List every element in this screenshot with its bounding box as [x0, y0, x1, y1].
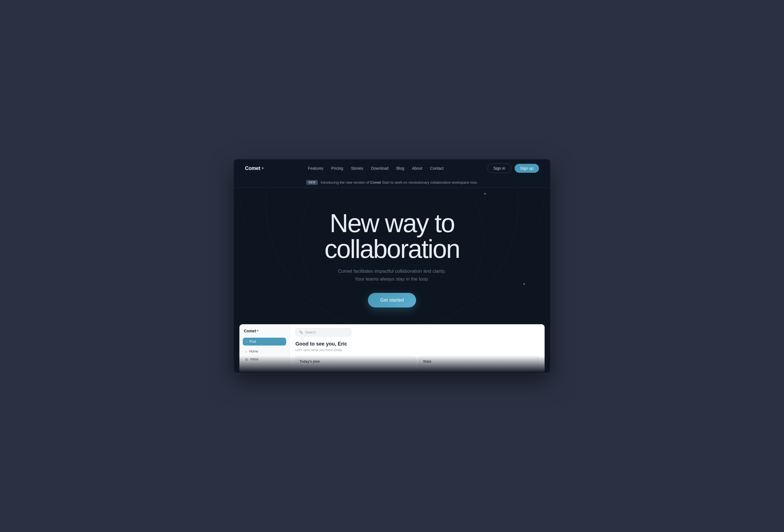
today-plan-card: Today's plan	[296, 356, 416, 369]
sign-up-button[interactable]: Sign up	[515, 164, 539, 173]
upload-icon: ↑	[246, 340, 248, 343]
nav-stories[interactable]: Stories	[351, 166, 363, 170]
app-logo-text: Comet	[244, 329, 256, 333]
new-badge: NEW	[306, 180, 318, 185]
stats-card: Stats	[419, 356, 539, 369]
app-sidebar: Comet✦ ↑ Post ⌂ Home ▤ Inbox	[240, 324, 290, 373]
announcement-before: Introducing the new version of	[320, 180, 370, 185]
nav-actions: Sign in Sign up	[487, 164, 539, 173]
hero-title-line2: collaboration	[325, 235, 460, 263]
sign-in-button[interactable]: Sign in	[487, 164, 511, 173]
logo-text: Comet	[245, 166, 260, 171]
announcement-bar: NEW Introducing the new version of Comet…	[234, 177, 550, 188]
stats-title: Stats	[423, 360, 535, 363]
hero-title: New way to collaboration	[325, 210, 460, 262]
app-logo-star: ✦	[256, 329, 259, 333]
announcement-text: Introducing the new version of Comet Sta…	[320, 180, 478, 185]
app-main-content: 🔍 Search Good to see you, Eric Let's syn…	[290, 324, 544, 373]
greeting-title: Good to see you, Eric	[296, 341, 539, 347]
announcement-after: Start to work on revolutionary collabora…	[381, 180, 477, 185]
search-icon: 🔍	[299, 330, 303, 334]
navbar: Comet✦ Features Pricing Stories Download…	[234, 159, 550, 177]
nav-blog[interactable]: Blog	[396, 166, 404, 170]
inbox-label: Inbox	[250, 357, 258, 361]
logo-star: ✦	[261, 166, 264, 170]
sidebar-item-home[interactable]: ⌂ Home	[243, 348, 286, 355]
hero-subtitle: Comet facilitates impactful collaboratio…	[338, 268, 446, 282]
app-preview-logo: Comet✦	[243, 329, 286, 333]
browser-window: Comet✦ Features Pricing Stories Download…	[234, 159, 550, 372]
nav-pricing[interactable]: Pricing	[331, 166, 343, 170]
hero-title-line1: New way to	[330, 209, 454, 237]
post-label: Post	[250, 340, 256, 343]
hero-subtitle-line2: Your teams always stay in the loop.	[355, 276, 429, 282]
hero-subtitle-line1: Comet facilitates impactful collaboratio…	[338, 269, 446, 274]
logo[interactable]: Comet✦	[245, 166, 264, 171]
sidebar-item-inbox[interactable]: ▤ Inbox	[243, 356, 286, 363]
nav-contact[interactable]: Contact	[430, 166, 444, 170]
greeting-subtitle: Let's sync what you have today	[296, 348, 539, 352]
app-preview: Comet✦ ↑ Post ⌂ Home ▤ Inbox 🔍 Search Go…	[240, 324, 544, 373]
post-button[interactable]: ↑ Post	[243, 338, 286, 345]
get-started-button[interactable]: Get started	[368, 293, 416, 307]
app-cards: Today's plan Stats	[296, 356, 539, 369]
search-bar[interactable]: 🔍 Search	[296, 328, 352, 337]
nav-about[interactable]: About	[412, 166, 422, 170]
announcement-brand: Comet	[370, 180, 381, 185]
dot-decoration-mid	[523, 283, 525, 285]
search-placeholder: Search	[305, 330, 316, 334]
nav-download[interactable]: Download	[371, 166, 388, 170]
inbox-icon: ▤	[245, 357, 248, 361]
today-plan-title: Today's plan	[300, 360, 411, 363]
dot-decoration-top	[484, 193, 486, 195]
home-icon: ⌂	[245, 349, 247, 353]
hero-section: New way to collaboration Comet facilitat…	[234, 188, 550, 324]
nav-features[interactable]: Features	[308, 166, 324, 170]
nav-links: Features Pricing Stories Download Blog A…	[308, 166, 444, 170]
home-label: Home	[249, 349, 258, 353]
